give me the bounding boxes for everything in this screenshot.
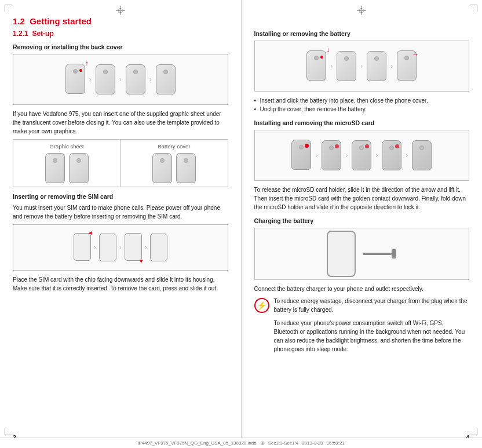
battery-install-illustrations: ↓ › › › → bbox=[254, 41, 470, 92]
back-cover-text: If you have Vodafone 975, you can insert… bbox=[13, 110, 228, 136]
energy-icon: ⚡ bbox=[254, 298, 269, 313]
sd-phone-5 bbox=[412, 140, 432, 170]
charger-cable bbox=[363, 253, 392, 255]
corner-mark-br bbox=[470, 428, 477, 435]
battery-install-heading: Installing or removing the battery bbox=[254, 30, 470, 37]
phone-step-3 bbox=[126, 64, 145, 94]
microsd-illustrations: › › › › bbox=[254, 130, 470, 181]
bat-arrow-1: ↓ bbox=[326, 46, 330, 54]
sim-arrow-3: ▼ bbox=[138, 258, 144, 264]
sim-heading: Inserting or removing the SIM card bbox=[13, 193, 228, 200]
back-cover-heading: Removing or installing the back cover bbox=[13, 43, 228, 50]
graphic-sheet-cell: Graphic sheet bbox=[13, 140, 121, 187]
battery-bullet-1: Insert and click the battery into place,… bbox=[254, 96, 470, 105]
subsection-title: 1.2.1 Set-up bbox=[13, 30, 228, 38]
bat-phone-4: → bbox=[396, 49, 418, 83]
graphic-phone-2 bbox=[69, 153, 89, 183]
energy-icon-symbol: ⚡ bbox=[257, 301, 266, 310]
footer-doc-id: IP4497_VF975_VF975N_QG_Eng_USA_05_130320… bbox=[137, 440, 257, 446]
back-cover-illustrations: ↑ › › › bbox=[13, 54, 228, 105]
bat-phone-3 bbox=[367, 51, 386, 81]
tip1-text: To reduce energy wastage, disconnect you… bbox=[274, 297, 470, 314]
left-page: 1.2 Getting started 1.2.1 Set-up Removin… bbox=[0, 0, 242, 448]
sd-phone-3 bbox=[352, 140, 371, 170]
phone-step-1: ↑ bbox=[64, 63, 86, 96]
sim-arrow-1: ◄ bbox=[87, 230, 93, 236]
bat-arrow-4: → bbox=[412, 50, 419, 59]
sim-place-text: Place the SIM card with the chip facing … bbox=[13, 275, 228, 293]
tip-row-1: ⚡ To reduce energy wastage, disconnect y… bbox=[254, 297, 470, 314]
sim-phone-1: ◄ bbox=[74, 233, 91, 262]
battery-phone-2 bbox=[176, 153, 196, 183]
graphic-sheet-label: Graphic sheet bbox=[50, 143, 84, 150]
red-arrow-1: ↑ bbox=[85, 59, 89, 67]
charger-plug bbox=[392, 249, 396, 258]
sim-illustrations: ◄ › › ▼ › bbox=[13, 224, 228, 271]
charger-phone bbox=[327, 231, 356, 277]
charger-visual bbox=[327, 231, 396, 277]
battery-phone-1 bbox=[152, 153, 172, 183]
right-page: Installing or removing the battery ↓ › ›… bbox=[242, 0, 483, 448]
sd-phone-1 bbox=[290, 139, 312, 172]
crosshair-top-right bbox=[357, 6, 366, 15]
battery-cover-label: Battery cover bbox=[158, 143, 190, 150]
microsd-text: To release the microSD card holder, slid… bbox=[254, 185, 470, 212]
footer-section-ref: Sec1:3-Sec1:4 bbox=[268, 440, 298, 446]
sd-phone-4 bbox=[382, 140, 401, 170]
charging-illustration bbox=[254, 228, 470, 280]
sim-phone-4 bbox=[150, 234, 167, 261]
phone-step-2 bbox=[96, 64, 115, 94]
corner-mark-tr bbox=[470, 5, 477, 12]
battery-bullet-2: Unclip the cover, then remove the batter… bbox=[254, 105, 470, 114]
graphic-phone-1 bbox=[45, 153, 65, 183]
sim-phone-3: ▼ bbox=[125, 233, 142, 262]
corner-mark-bl bbox=[5, 428, 12, 435]
phone-step-4 bbox=[156, 64, 176, 94]
charging-heading: Charging the battery bbox=[254, 217, 470, 224]
bat-phone-1: ↓ bbox=[305, 49, 327, 83]
footer-crosshair-icon: ⊕ bbox=[260, 440, 265, 446]
charging-text: Connect the battery charger to your phon… bbox=[254, 285, 470, 293]
corner-mark-tl bbox=[5, 5, 12, 12]
footer: IP4497_VF975_VF975N_QG_Eng_USA_05_130320… bbox=[0, 438, 482, 448]
footer-date: 2013-3-20 bbox=[302, 440, 323, 446]
sd-phone-2 bbox=[322, 140, 341, 170]
footer-time: 16:59:21 bbox=[327, 440, 345, 446]
battery-bullets: Insert and click the battery into place,… bbox=[254, 96, 470, 114]
graphic-battery-cover-row: Graphic sheet Battery cover bbox=[13, 139, 228, 187]
section-title: 1.2 Getting started bbox=[13, 16, 228, 26]
microsd-heading: Installing and removing the microSD card bbox=[254, 119, 470, 126]
tip2-text: To reduce your phone's power consumption… bbox=[274, 319, 470, 354]
battery-cover-cell: Battery cover bbox=[121, 140, 227, 187]
crosshair-top-left bbox=[116, 6, 125, 15]
bat-phone-2 bbox=[337, 51, 356, 81]
sim-phone-2 bbox=[99, 234, 116, 261]
sim-text: You must insert your SIM card to make ph… bbox=[13, 203, 228, 221]
